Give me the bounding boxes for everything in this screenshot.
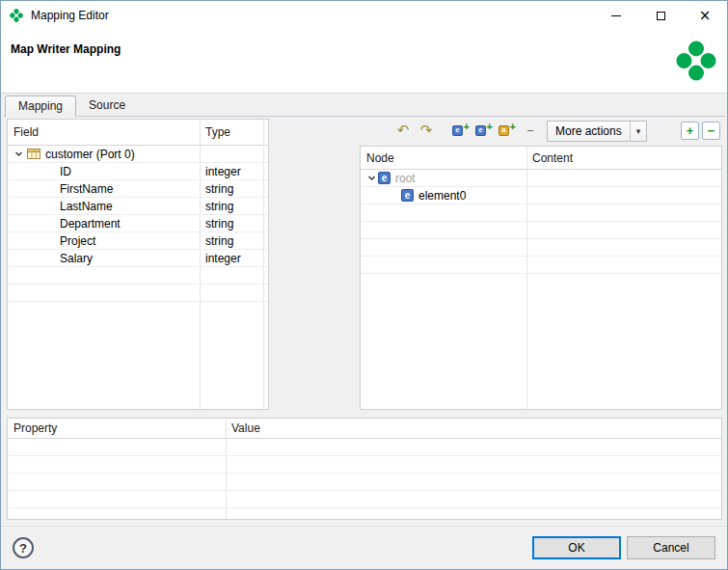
clover-logo-icon (673, 38, 719, 84)
column-header-node[interactable]: Node (361, 151, 526, 165)
field-type: integer (200, 250, 268, 267)
empty-row (361, 239, 721, 257)
node-root-row[interactable]: e root (361, 170, 721, 187)
clover-app-icon (9, 8, 24, 23)
field-name: LastName (8, 198, 200, 215)
element-icon: e (401, 189, 414, 202)
field-name: Project (8, 232, 200, 250)
field-row[interactable]: ID integer (8, 163, 268, 180)
remove-node-icon: − (526, 124, 534, 137)
chevron-expanded-icon[interactable] (364, 174, 378, 182)
field-name: ID (8, 163, 200, 180)
node-column-divider[interactable] (526, 147, 527, 409)
column-header-type[interactable]: Type (200, 125, 268, 139)
empty-row (361, 222, 721, 239)
chevron-expanded-icon[interactable] (12, 149, 25, 158)
help-button[interactable]: ? (13, 537, 34, 558)
dialog-header: Map Writer Mapping (1, 30, 727, 94)
map-arrow-icon: ↶ (397, 123, 410, 138)
field-name: Salary (8, 250, 200, 267)
add-attribute-icon: a + (499, 123, 516, 139)
field-row[interactable]: Project string (8, 232, 268, 250)
minimize-icon (611, 15, 621, 16)
dialog-title: Map Writer Mapping (11, 42, 121, 56)
add-child-element-button[interactable]: e + (450, 121, 472, 142)
unmap-arrow-icon: ↷ (420, 123, 433, 138)
mapping-toolbar: ↶ ↷ e + e + a + − More acti (364, 118, 722, 144)
field-row[interactable]: Department string (8, 215, 268, 232)
field-root-label: customer (Port 0) (45, 148, 135, 161)
button-bar: ? OK Cancel (1, 526, 727, 569)
dropdown-arrow-icon: ▾ (631, 126, 647, 136)
property-column-divider[interactable] (226, 419, 227, 519)
type-column-divider[interactable] (263, 120, 264, 409)
empty-row (8, 474, 721, 491)
node-table: Node Content e root e element0 (360, 146, 722, 410)
field-type: string (200, 232, 268, 250)
empty-row (361, 204, 721, 222)
field-type: string (200, 198, 268, 215)
close-button[interactable]: × (683, 1, 727, 30)
node-child-row[interactable]: e element0 (361, 187, 721, 204)
field-row[interactable]: LastName string (8, 198, 268, 215)
property-table-header: Property Value (8, 419, 721, 439)
expand-all-button[interactable]: + (681, 122, 699, 140)
field-name: FirstName (8, 180, 200, 198)
title-bar: Mapping Editor × (1, 1, 727, 30)
add-element-button[interactable]: e + (473, 121, 495, 142)
unmap-arrow-button[interactable]: ↷ (416, 121, 437, 142)
field-table-header: Field Type (8, 120, 268, 146)
field-type: string (200, 180, 268, 198)
more-actions-button[interactable]: More actions ▾ (547, 121, 647, 142)
map-arrow-button[interactable]: ↶ (392, 121, 414, 142)
field-row[interactable]: FirstName string (8, 180, 268, 198)
window-title: Mapping Editor (31, 9, 109, 22)
expand-all-icon: + (687, 124, 694, 137)
property-table: Property Value (7, 418, 722, 520)
field-column-divider[interactable] (200, 120, 201, 409)
collapse-all-button[interactable]: − (702, 122, 720, 140)
node-child-label: element0 (418, 189, 466, 203)
tab-mapping[interactable]: Mapping (5, 95, 76, 117)
column-header-content[interactable]: Content (526, 151, 721, 165)
add-attribute-button[interactable]: a + (497, 121, 518, 142)
tab-source[interactable]: Source (76, 95, 138, 116)
field-root-row[interactable]: customer (Port 0) (8, 146, 268, 163)
help-icon: ? (19, 541, 27, 556)
mapping-editor-dialog: Mapping Editor × Map Writer Mapping Mapp… (0, 0, 728, 570)
more-actions-label: More actions (548, 124, 630, 138)
record-metadata-icon (27, 148, 41, 160)
minimize-button[interactable] (594, 1, 638, 30)
field-table: Field Type customer (Port 0) (7, 119, 269, 410)
column-header-field[interactable]: Field (8, 125, 200, 139)
collapse-all-icon: − (708, 124, 715, 137)
field-type: integer (200, 163, 268, 180)
node-table-header: Node Content (361, 147, 721, 170)
field-type: string (200, 215, 268, 232)
empty-row (8, 491, 721, 508)
ok-button[interactable]: OK (532, 536, 621, 559)
add-element-icon: e + (475, 123, 493, 139)
add-child-element-icon: e + (452, 123, 470, 139)
window-controls: × (594, 1, 727, 30)
maximize-button[interactable] (638, 1, 683, 30)
empty-row (361, 257, 721, 274)
tab-bar: Mapping Source (3, 95, 725, 117)
maximize-icon (657, 12, 665, 20)
empty-row (8, 285, 268, 302)
column-header-property[interactable]: Property (8, 421, 226, 435)
element-icon: e (378, 172, 391, 184)
cancel-button[interactable]: Cancel (627, 536, 715, 559)
node-root-content[interactable] (526, 170, 721, 187)
node-root-label: root (395, 172, 416, 185)
empty-row (8, 439, 721, 456)
field-row[interactable]: Salary integer (8, 250, 268, 267)
remove-node-button[interactable]: − (520, 121, 541, 142)
field-name: Department (8, 215, 200, 232)
close-icon: × (699, 9, 712, 23)
empty-row (8, 456, 721, 474)
column-header-value[interactable]: Value (226, 421, 721, 435)
node-child-content[interactable] (526, 187, 721, 204)
empty-row (8, 267, 268, 285)
